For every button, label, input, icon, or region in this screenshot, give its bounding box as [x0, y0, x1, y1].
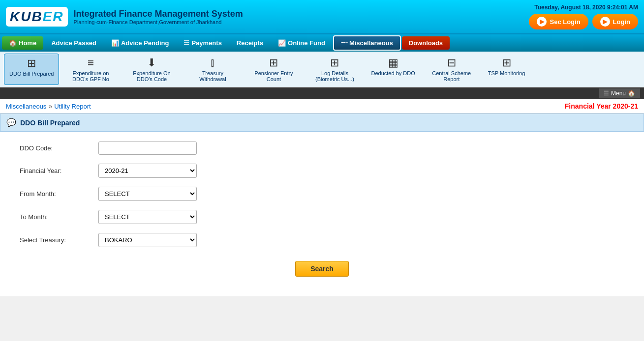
- login-label: Login: [613, 18, 630, 26]
- home-icon: 🏠: [9, 39, 17, 47]
- gpf-icon: ≡: [88, 57, 94, 69]
- breadcrumb: Miscellaneous » Utility Report: [6, 102, 91, 110]
- login-arrow-icon: ▶: [600, 17, 610, 27]
- icon-item-deducted-ddo[interactable]: ▦ Deducted by DDO: [366, 54, 420, 85]
- icon-item-treasury-withdrawal[interactable]: ⫿ Treasury Withdrawal: [183, 54, 242, 85]
- from-month-select[interactable]: SELECT April May June July August Septem…: [98, 187, 197, 201]
- main-content: 💬 DDO Bill Prepared DDO Code: Financial …: [0, 114, 644, 296]
- list-icon: ☰: [184, 39, 189, 47]
- nav-advice-pending-label: Advice Pending: [121, 39, 169, 47]
- sec-login-label: Sec Login: [550, 18, 580, 26]
- pensioner-icon: ⊞: [269, 57, 278, 69]
- icon-item-ddo-bill-prepared[interactable]: ⊞ DDO Bill Prepared: [4, 54, 59, 85]
- to-month-select[interactable]: SELECT April May June July August Septem…: [98, 210, 197, 224]
- search-button[interactable]: Search: [295, 261, 349, 277]
- nav-online-fund[interactable]: 📈 Online Fund: [271, 36, 332, 50]
- nav-miscellaneous[interactable]: 〰 Miscellaneous: [333, 35, 401, 51]
- ddo-code-label: DDO Code:: [20, 144, 98, 152]
- nav-receipts-label: Receipts: [237, 39, 263, 47]
- breadcrumb-separator: »: [48, 102, 52, 110]
- ddo-bill-icon: ⊞: [27, 57, 36, 70]
- header-buttons: ▶ Sec Login ▶ Login: [529, 14, 638, 29]
- icon-item-central-scheme[interactable]: ⊟ Central Scheme Report: [422, 54, 481, 85]
- form-row-from-month: From Month: SELECT April May June July A…: [20, 187, 624, 201]
- financial-year-display: Financial Year 2020-21: [565, 102, 638, 110]
- log-icon: ⊞: [330, 57, 339, 69]
- app-header: KUBER Integrated Finance Management Syst…: [0, 0, 644, 34]
- form-row-treasury: Select Treasury: BOKARO RANCHI DHANBAD J…: [20, 233, 624, 247]
- form-button-row: Search: [20, 256, 624, 277]
- app-subtitle: Planning-cum-Finance Department,Governme…: [74, 19, 243, 25]
- menu-label: Menu: [611, 90, 626, 97]
- icon-item-tsp[interactable]: ⊞ TSP Monitoring: [483, 54, 530, 85]
- ddo-bill-label: DDO Bill Prepared: [9, 71, 54, 77]
- ddo-code-icon: ⬇: [147, 57, 156, 69]
- menu-home-icon: 🏠: [628, 90, 635, 97]
- header-right: Tuesday, August 18, 2020 9:24:01 AM ▶ Se…: [529, 4, 638, 29]
- logo-box: KUBER: [6, 7, 68, 27]
- ddo-code-label: Expenditure On DDO's Code: [127, 70, 176, 82]
- nav-payments[interactable]: ☰ Payments: [177, 36, 228, 50]
- breadcrumb-miscellaneous[interactable]: Miscellaneous: [6, 103, 46, 110]
- icon-item-pensioner-count[interactable]: ⊞ Pensioner Entry Count: [244, 54, 303, 85]
- sec-login-arrow-icon: ▶: [537, 17, 547, 27]
- logo-text: KUBER: [10, 9, 64, 25]
- ddo-code-input[interactable]: [98, 142, 197, 155]
- log-details-label: Log Details (Biometric Us...): [310, 70, 359, 82]
- pensioner-count-label: Pensioner Entry Count: [249, 70, 298, 82]
- tsp-icon: ⊞: [502, 57, 511, 69]
- tsp-label: TSP Monitoring: [488, 70, 525, 76]
- wave-icon: 〰: [341, 39, 347, 47]
- financial-year-select[interactable]: 2020-21 2019-20 2018-19 2017-18: [98, 164, 197, 178]
- from-month-label: From Month:: [20, 190, 98, 198]
- menu-button[interactable]: ☰ Menu 🏠: [599, 88, 640, 98]
- breadcrumb-bar: Miscellaneous » Utility Report Financial…: [0, 99, 644, 114]
- section-title: DDO Bill Prepared: [20, 119, 80, 127]
- nav-misc-label: Miscellaneous: [349, 39, 393, 47]
- treasury-label: Treasury Withdrawal: [188, 70, 237, 82]
- ddo-bill-form: DDO Code: Financial Year: 2020-21 2019-2…: [0, 132, 644, 286]
- treasury-select[interactable]: BOKARO RANCHI DHANBAD JAMSHEDPUR HAZARIB…: [98, 233, 197, 247]
- icon-item-log-details[interactable]: ⊞ Log Details (Biometric Us...): [305, 54, 364, 85]
- login-button[interactable]: ▶ Login: [592, 14, 638, 29]
- nav-downloads-label: Downloads: [409, 39, 443, 47]
- datetime-display: Tuesday, August 18, 2020 9:24:01 AM: [534, 4, 638, 11]
- nav-receipts[interactable]: Receipts: [230, 36, 270, 50]
- deducted-ddo-label: Deducted by DDO: [371, 70, 415, 76]
- icon-item-gpf[interactable]: ≡ Expenditure on DDO's GPF No: [61, 54, 120, 85]
- to-month-label: To Month:: [20, 213, 98, 221]
- header-left: KUBER Integrated Finance Management Syst…: [6, 7, 243, 27]
- nav-advice-passed-label: Advice Passed: [51, 39, 96, 47]
- treasury-label: Select Treasury:: [20, 236, 98, 244]
- menu-icon: ☰: [604, 90, 609, 97]
- nav-downloads[interactable]: Downloads: [402, 36, 450, 50]
- header-title: Integrated Finance Management System Pla…: [74, 9, 243, 25]
- deducted-icon: ▦: [388, 57, 399, 69]
- treasury-icon: ⫿: [210, 57, 215, 69]
- nav-advice-passed[interactable]: Advice Passed: [44, 36, 103, 50]
- nav-advice-pending[interactable]: 📊 Advice Pending: [104, 36, 176, 50]
- gpf-label: Expenditure on DDO's GPF No: [66, 70, 115, 82]
- icon-item-ddo-code[interactable]: ⬇ Expenditure On DDO's Code: [122, 54, 181, 85]
- app-title: Integrated Finance Management System: [74, 9, 243, 19]
- icon-submenu-bar: ⊞ DDO Bill Prepared ≡ Expenditure on DDO…: [0, 52, 644, 87]
- section-header: 💬 DDO Bill Prepared: [0, 114, 644, 132]
- sec-login-button[interactable]: ▶ Sec Login: [529, 14, 588, 29]
- form-row-ddo-code: DDO Code:: [20, 142, 624, 155]
- nav-home[interactable]: 🏠 Home: [2, 36, 43, 50]
- central-scheme-icon: ⊟: [447, 57, 456, 69]
- nav-home-label: Home: [19, 39, 36, 47]
- main-navbar: 🏠 Home Advice Passed 📊 Advice Pending ☰ …: [0, 34, 644, 52]
- form-row-financial-year: Financial Year: 2020-21 2019-20 2018-19 …: [20, 164, 624, 178]
- menu-bar: ☰ Menu 🏠: [0, 87, 644, 99]
- financial-year-label: Financial Year:: [20, 167, 98, 174]
- form-row-to-month: To Month: SELECT April May June July Aug…: [20, 210, 624, 224]
- bar-chart-icon: 📊: [111, 39, 119, 47]
- nav-online-fund-label: Online Fund: [288, 39, 325, 47]
- central-scheme-label: Central Scheme Report: [427, 70, 476, 82]
- chart-icon: 📈: [278, 39, 286, 47]
- section-icon: 💬: [6, 118, 16, 127]
- nav-payments-label: Payments: [191, 39, 221, 47]
- breadcrumb-utility-report: Utility Report: [54, 103, 91, 110]
